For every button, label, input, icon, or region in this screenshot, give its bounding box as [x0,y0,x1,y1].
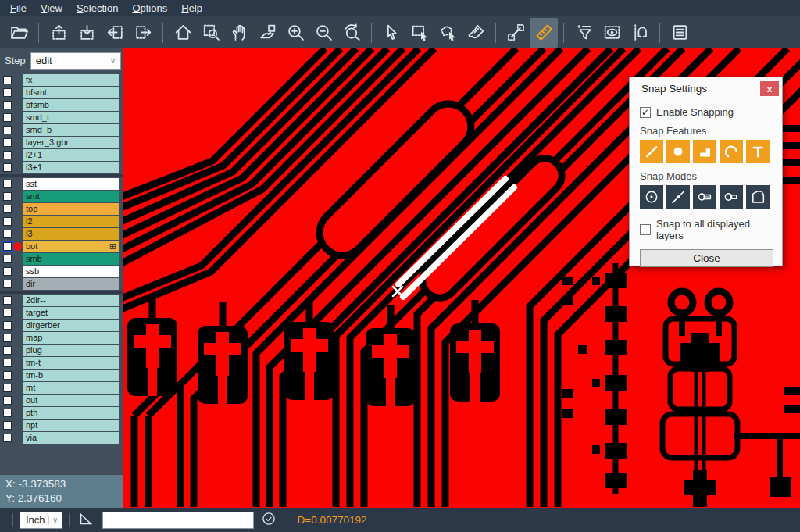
layer-name-label[interactable]: tm-b [23,370,119,381]
ruler-icon[interactable] [530,18,558,48]
zoom-previous-icon[interactable] [338,18,366,48]
layer-row-fx[interactable]: fx [0,74,123,86]
layer-row-l3+1[interactable]: l3+1 [0,162,123,173]
layer-visibility-checkbox[interactable] [3,255,12,263]
measure-points-icon[interactable] [502,18,530,48]
layer-row-smd_b[interactable]: smd_b [0,124,123,136]
layer-visibility-checkbox[interactable] [3,359,12,367]
layer-name-label[interactable]: target [23,307,119,319]
zoom-in-icon[interactable] [281,18,309,48]
layer-visibility-checkbox[interactable] [3,230,12,238]
layer-name-label[interactable]: bfsmt [23,87,119,98]
feat-surface-icon[interactable] [693,140,716,163]
layer-name-label[interactable]: dirgerber [23,320,119,331]
layer-name-label[interactable]: sst [23,178,119,190]
layer-visibility-checkbox[interactable] [3,76,12,84]
snap-all-layers-checkbox[interactable] [640,224,651,235]
snap-magnet-icon[interactable] [626,18,654,48]
select-arrow-icon[interactable] [377,18,405,48]
layer-name-label[interactable]: layer_3.gbr [23,137,119,148]
mode-pad-outline-icon[interactable] [720,185,743,209]
filter-icon[interactable] [570,18,598,48]
layer-visibility-checkbox[interactable] [3,334,12,342]
box-arrow-left-icon[interactable] [101,18,129,48]
box-arrow-down-icon[interactable] [73,18,101,48]
mode-pad-entry-icon[interactable] [693,185,716,209]
layer-name-label[interactable]: smd_b [23,124,119,136]
layer-visibility-checkbox[interactable] [3,396,12,405]
layer-name-label[interactable]: l2+1 [23,149,119,161]
layer-name-label[interactable]: ssb [23,266,119,277]
layer-visibility-checkbox[interactable] [3,309,12,317]
layer-name-label[interactable]: mt [23,382,119,394]
layer-grid-icon[interactable]: ⊞ [109,241,116,252]
layer-row-tm-t[interactable]: tm-t [0,357,123,369]
feat-arc-icon[interactable] [720,140,743,163]
layer-visibility-checkbox[interactable] [3,409,12,417]
layer-name-label[interactable]: smd_t [23,112,119,123]
layer-visibility-checkbox[interactable] [3,163,12,172]
layer-visibility-checkbox[interactable] [3,346,12,355]
box-arrow-up-icon[interactable] [45,18,73,48]
layer-row-bot[interactable]: bot⊞ [0,241,123,252]
layer-name-label[interactable]: bfsmb [23,99,119,111]
layer-row-smb[interactable]: smb [0,253,123,265]
layer-row-out[interactable]: out [0,395,123,406]
select-poly-icon[interactable] [434,18,462,48]
layer-visibility-checkbox[interactable] [3,371,12,380]
layer-row-bfsmt[interactable]: bfsmt [0,87,123,98]
layer-visibility-checkbox[interactable] [3,296,12,305]
layer-visibility-checkbox[interactable] [3,113,12,122]
layer-name-label[interactable]: out [23,395,119,406]
layer-name-label[interactable]: npt [23,420,119,431]
layer-visibility-checkbox[interactable] [3,421,12,430]
layer-name-label[interactable]: smt [23,191,119,202]
layer-visibility-checkbox[interactable] [3,101,12,109]
menu-file[interactable]: File [3,2,34,15]
layer-visibility-checkbox[interactable] [3,242,12,251]
layer-name-label[interactable]: tm-t [23,357,119,369]
menu-selection[interactable]: Selection [70,2,125,15]
layer-row-mt[interactable]: mt [0,382,123,394]
layer-row-top[interactable]: top [0,203,123,215]
layer-row-2dir--[interactable]: 2dir-- [0,295,123,306]
layer-row-ssb[interactable]: ssb [0,266,123,277]
box-arrow-right-icon[interactable] [129,18,157,48]
layer-name-label[interactable]: via [23,432,119,444]
layer-row-npt[interactable]: npt [0,420,123,431]
layer-name-label[interactable]: bot⊞ [23,241,119,252]
layer-name-label[interactable]: l3+1 [23,162,119,173]
mode-midpoint-icon[interactable] [666,185,690,209]
home-icon[interactable] [169,18,197,48]
mode-center-icon[interactable] [640,185,663,209]
confirm-check-icon[interactable] [261,511,277,530]
layer-visibility-checkbox[interactable] [3,138,12,147]
layer-row-pth[interactable]: pth [0,407,123,419]
menu-help[interactable]: Help [174,2,209,15]
layer-name-label[interactable]: plug [23,345,119,356]
menu-options[interactable]: Options [125,2,174,15]
layer-visibility-checkbox[interactable] [3,151,12,159]
layer-row-layer_3.gbr[interactable]: layer_3.gbr [0,137,123,148]
view-box-icon[interactable] [598,18,626,48]
layer-name-label[interactable]: l2 [23,216,119,227]
zoom-out-icon[interactable] [309,18,338,48]
unit-select[interactable]: Inch ∨ [20,512,62,529]
layer-row-plug[interactable]: plug [0,345,123,356]
layer-visibility-checkbox[interactable] [3,126,12,134]
layer-row-bfsmb[interactable]: bfsmb [0,99,123,111]
layer-visibility-checkbox[interactable] [3,88,12,97]
layer-visibility-checkbox[interactable] [3,217,12,226]
select-rect-icon[interactable] [405,18,434,48]
report-icon[interactable] [666,18,694,48]
layer-row-dir[interactable]: dir [0,278,123,290]
layer-visibility-checkbox[interactable] [3,205,12,213]
close-icon[interactable]: x [760,81,779,96]
menu-view[interactable]: View [34,2,70,15]
angle-measure-icon[interactable] [77,510,95,530]
layer-row-sst[interactable]: sst [0,178,123,190]
enable-snapping-checkbox[interactable]: ✓ [640,107,651,118]
layer-name-label[interactable]: 2dir-- [23,295,119,306]
close-button[interactable]: Close [640,249,773,267]
feat-line-icon[interactable] [640,140,663,163]
